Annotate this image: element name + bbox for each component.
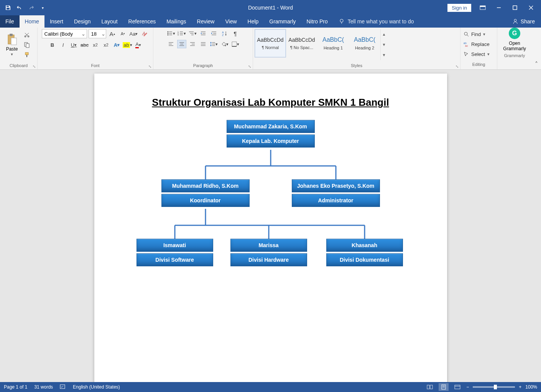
org-node-bot-mid[interactable]: Marissa Divisi Hardware — [230, 239, 307, 268]
bullets-button[interactable]: ▾ — [166, 29, 176, 38]
save-icon[interactable] — [5, 4, 12, 11]
format-painter-button[interactable] — [23, 51, 31, 59]
superscript-button[interactable]: x2 — [102, 41, 111, 49]
align-left-button[interactable] — [166, 40, 176, 48]
print-layout-button[interactable] — [439, 383, 449, 391]
undo-icon[interactable] — [16, 4, 23, 11]
share-button[interactable]: Share — [506, 15, 541, 28]
cut-button[interactable] — [23, 31, 31, 39]
status-page[interactable]: Page 1 of 1 — [4, 384, 27, 390]
borders-button[interactable]: ▾ — [231, 40, 240, 48]
underline-button[interactable]: U▾ — [69, 41, 79, 49]
sort-button[interactable]: AZ — [220, 29, 229, 38]
tab-review[interactable]: Review — [192, 15, 220, 28]
org-name: Johanes Eko Prasetyo, S.Kom — [292, 179, 380, 192]
line-spacing-button[interactable]: ▾ — [209, 40, 219, 48]
font-name-combo[interactable]: ⌄ — [42, 29, 87, 38]
sign-in-button[interactable]: Sign in — [447, 4, 471, 12]
zoom-level[interactable]: 100% — [525, 384, 537, 390]
status-language[interactable]: English (United States) — [73, 384, 120, 390]
status-words[interactable]: 31 words — [34, 384, 53, 390]
redo-icon[interactable] — [28, 4, 35, 11]
zoom-slider[interactable] — [473, 386, 515, 388]
chevron-down-icon[interactable]: ⌄ — [101, 31, 106, 37]
org-node-top[interactable]: Muchammad Zakaria, S.Kom Kepala Lab. Kom… — [227, 120, 315, 149]
align-center-button[interactable] — [177, 40, 186, 48]
copy-button[interactable] — [23, 41, 31, 49]
numbering-button[interactable]: 123▾ — [177, 29, 186, 38]
tab-design[interactable]: Design — [69, 15, 96, 28]
clear-formatting-button[interactable]: A — [140, 30, 149, 38]
paste-button[interactable]: Paste ▼ — [3, 33, 21, 56]
document-area[interactable]: Struktur Organisasi Lab Komputer SMKN 1 … — [0, 70, 541, 382]
minimize-icon[interactable] — [494, 3, 503, 12]
tab-grammarly[interactable]: Grammarly — [264, 15, 301, 28]
italic-button[interactable]: I — [59, 41, 68, 49]
clipboard-dialog-launcher[interactable]: ⤡ — [33, 64, 36, 69]
web-layout-button[interactable] — [452, 383, 462, 391]
tab-references[interactable]: References — [123, 15, 161, 28]
font-name-input[interactable] — [42, 31, 81, 37]
highlight-button[interactable]: ab▾ — [123, 41, 132, 49]
font-dialog-launcher[interactable]: ⤡ — [148, 64, 151, 69]
font-size-input[interactable] — [89, 31, 101, 37]
shrink-font-button[interactable]: A▾ — [118, 30, 128, 38]
style-normal[interactable]: AaBbCcDd ¶ Normal — [255, 29, 286, 57]
org-node-mid-left[interactable]: Muhammad Ridho, S.Kom Koordinator — [161, 179, 250, 208]
tab-nitro[interactable]: Nitro Pro — [301, 15, 333, 28]
justify-button[interactable] — [199, 40, 208, 48]
multilevel-list-button[interactable]: ▾ — [188, 29, 197, 38]
ribbon-display-icon[interactable] — [478, 3, 487, 12]
org-node-mid-right[interactable]: Johanes Eko Prasetyo, S.Kom Administrato… — [292, 179, 380, 208]
increase-indent-button[interactable] — [209, 29, 219, 38]
tab-insert[interactable]: Insert — [44, 15, 69, 28]
spellcheck-icon[interactable] — [60, 384, 66, 390]
select-button[interactable]: Select▾ — [464, 50, 494, 58]
styles-scroll-down[interactable]: ▼ — [381, 39, 387, 50]
collapse-ribbon-button[interactable]: ˄ — [532, 28, 541, 69]
style-no-spacing[interactable]: AaBbCcDd ¶ No Spac... — [286, 29, 317, 57]
zoom-in-button[interactable]: + — [519, 384, 521, 390]
chevron-down-icon[interactable]: ⌄ — [81, 31, 86, 37]
styles-dialog-launcher[interactable]: ⤡ — [455, 64, 459, 69]
replace-button[interactable]: abac Replace — [464, 40, 494, 48]
tab-mailings[interactable]: Mailings — [161, 15, 191, 28]
decrease-indent-button[interactable] — [199, 29, 208, 38]
document-heading[interactable]: Struktur Organisasi Lab Komputer SMKN 1 … — [110, 97, 432, 108]
shading-button[interactable]: ▾ — [220, 40, 229, 48]
font-color-button[interactable]: A▾ — [134, 41, 143, 49]
tab-help[interactable]: Help — [242, 15, 264, 28]
tell-me-search[interactable]: Tell me what you want to do — [333, 15, 419, 28]
find-button[interactable]: Find▾ — [464, 30, 494, 38]
page[interactable]: Struktur Organisasi Lab Komputer SMKN 1 … — [94, 74, 447, 382]
change-case-button[interactable]: Aa▾ — [129, 30, 138, 38]
tab-home[interactable]: Home — [20, 15, 44, 28]
org-chart[interactable]: Muchammad Zakaria, S.Kom Kepala Lab. Kom… — [136, 120, 405, 296]
maximize-icon[interactable] — [510, 3, 520, 12]
paste-dropdown-icon[interactable]: ▼ — [10, 52, 14, 56]
style-heading2[interactable]: AaBbC( Heading 2 — [349, 29, 380, 57]
zoom-out-button[interactable]: − — [466, 384, 469, 390]
org-node-bot-right[interactable]: Khasanah Divisi Dokumentasi — [326, 239, 403, 268]
tab-layout[interactable]: Layout — [96, 15, 123, 28]
align-right-button[interactable] — [188, 40, 197, 48]
tab-view[interactable]: View — [220, 15, 242, 28]
show-marks-button[interactable]: ¶ — [231, 29, 240, 38]
close-icon[interactable] — [526, 3, 536, 12]
paragraph-dialog-launcher[interactable]: ⤡ — [248, 64, 251, 69]
styles-scroll-up[interactable]: ▲ — [381, 29, 387, 39]
qat-customize-icon[interactable]: ▾ — [39, 4, 46, 11]
bold-button[interactable]: B — [48, 41, 57, 49]
strikethrough-button[interactable]: abc — [80, 41, 89, 49]
grow-font-button[interactable]: A▴ — [108, 30, 117, 38]
tab-file[interactable]: File — [0, 15, 20, 28]
read-mode-button[interactable] — [425, 383, 435, 391]
zoom-thumb[interactable] — [494, 385, 497, 389]
styles-gallery-expand[interactable]: ▼ — [381, 50, 387, 60]
open-grammarly-button[interactable]: G Open Grammarly — [497, 28, 532, 52]
subscript-button[interactable]: x2 — [91, 41, 100, 49]
font-size-combo[interactable]: ⌄ — [89, 29, 106, 38]
text-effects-button[interactable]: A▾ — [112, 41, 122, 49]
style-heading1[interactable]: AaBbC( Heading 1 — [317, 29, 349, 57]
org-node-bot-left[interactable]: Ismawati Divisi Software — [136, 239, 213, 268]
